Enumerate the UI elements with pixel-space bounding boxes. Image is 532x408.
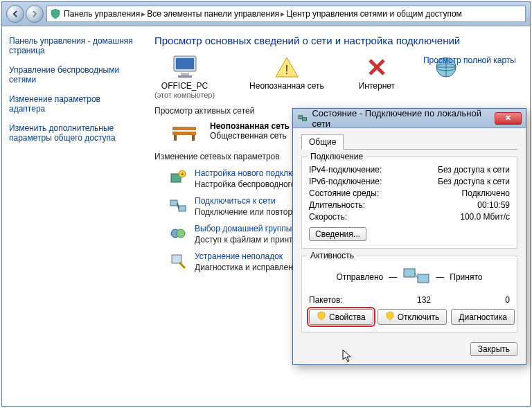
network-type: Общественная сеть	[210, 131, 287, 141]
new-connection-icon: +	[168, 168, 188, 188]
svg-rect-21	[404, 269, 415, 277]
close-button[interactable]: Закрыть	[470, 342, 517, 356]
connect-icon	[168, 196, 188, 215]
connection-group: Подключение IPv4-подключение:Без доступа…	[301, 157, 517, 249]
map-item-label: Интернет	[359, 81, 395, 91]
back-button[interactable]	[6, 5, 24, 23]
recv-label: Принято	[450, 272, 482, 282]
connection-status-dialog: Состояние - Подключение по локальной сет…	[292, 108, 526, 365]
svg-rect-14	[170, 200, 177, 206]
bench-icon	[168, 120, 200, 142]
chevron-right-icon: ▸	[281, 9, 285, 19]
breadcrumb-item[interactable]: Панель управления	[64, 9, 140, 19]
activity-group: Активность Отправлено — — Принято Пакето…	[301, 256, 517, 332]
svg-text:+: +	[181, 171, 184, 177]
svg-rect-19	[299, 115, 303, 118]
svg-point-17	[177, 229, 185, 238]
navigation-toolbar: Панель управления ▸ Все элементы панели …	[2, 2, 530, 26]
computer-icon	[168, 53, 202, 81]
dialog-title: Состояние - Подключение по локальной сет…	[312, 108, 495, 129]
tab-strip: Общие	[301, 134, 517, 150]
svg-rect-9	[174, 135, 177, 141]
map-item-sublabel: (этот компьютер)	[154, 91, 215, 99]
connection-icon	[297, 113, 308, 124]
breadcrumb-bar[interactable]: Панель управления ▸ Все элементы панели …	[46, 6, 526, 22]
diagnostics-button[interactable]: Диагностика	[451, 309, 515, 325]
close-x-icon: ✕	[505, 114, 511, 123]
packets-sent: 132	[343, 295, 506, 305]
sidebar-link-adapter[interactable]: Изменение параметров адаптера	[9, 94, 134, 114]
kv-key: IPv6-подключение:	[309, 177, 382, 186]
dialog-titlebar[interactable]: Состояние - Подключение по локальной сет…	[293, 109, 526, 128]
shield-icon	[385, 311, 395, 323]
kv-key: Скорость:	[309, 212, 347, 222]
disable-button-label: Отключить	[398, 312, 440, 322]
dialog-close-button[interactable]: ✕	[495, 112, 522, 125]
properties-button[interactable]: Свойства	[309, 309, 373, 325]
sidebar-link-home[interactable]: Панель управления - домашняя страница	[9, 36, 134, 55]
packets-recv: 0	[505, 295, 510, 305]
connection-group-title: Подключение	[308, 152, 366, 161]
svg-rect-8	[172, 132, 196, 135]
packets-label: Пакетов:	[309, 295, 343, 305]
breadcrumb-item[interactable]: Все элементы панели управления	[147, 9, 279, 19]
warning-icon: !	[270, 53, 303, 81]
kv-value: Подключено	[462, 188, 510, 198]
map-item-label: OFFICE_PC	[154, 81, 215, 91]
kv-key: IPv4-подключение:	[309, 165, 382, 175]
breadcrumb-item[interactable]: Центр управления сетями и общим доступом	[286, 9, 462, 19]
map-internet: Интернет	[359, 53, 395, 91]
shield-icon	[317, 311, 326, 323]
kv-value: Без доступа к сети	[438, 177, 510, 186]
view-full-map-link[interactable]: Просмотр полной карты	[423, 55, 516, 65]
activity-group-title: Активность	[308, 251, 357, 260]
svg-rect-1	[176, 58, 194, 69]
activity-computers-icon	[402, 266, 430, 288]
sidebar-link-wireless[interactable]: Управление беспроводными сетями	[9, 65, 134, 85]
svg-rect-7	[172, 127, 196, 130]
kv-value: 00:10:59	[477, 200, 510, 210]
page-title: Просмотр основных сведений о сети и наст…	[154, 35, 516, 46]
properties-button-label: Свойства	[329, 312, 366, 322]
svg-rect-15	[179, 206, 186, 211]
x-icon	[360, 53, 393, 81]
kv-key: Длительность:	[309, 200, 365, 210]
chevron-right-icon: ▸	[141, 9, 145, 19]
map-this-computer: OFFICE_PC (этот компьютер)	[154, 53, 215, 99]
map-item-label: Неопознанная сеть	[249, 81, 324, 91]
troubleshoot-icon	[168, 251, 188, 271]
sent-label: Отправлено	[337, 272, 384, 282]
svg-rect-3	[178, 76, 192, 78]
shield-icon	[50, 8, 61, 19]
disable-button[interactable]: Отключить	[378, 309, 447, 325]
details-button[interactable]: Сведения...	[309, 227, 366, 241]
tab-general[interactable]: Общие	[301, 134, 344, 150]
sidebar-link-advanced[interactable]: Изменить дополнительные параметры общего…	[9, 123, 134, 143]
svg-rect-10	[192, 135, 195, 141]
svg-rect-2	[181, 73, 189, 76]
forward-button[interactable]	[26, 5, 44, 23]
kv-key: Состояние среды:	[309, 188, 379, 198]
kv-value: Без доступа к сети	[438, 165, 510, 175]
kv-value: 100.0 Мбит/с	[460, 212, 510, 222]
homegroup-icon	[168, 224, 188, 243]
network-name: Неопознанная сеть	[210, 121, 290, 131]
sidebar: Панель управления - домашняя страница Уп…	[2, 26, 141, 406]
svg-rect-20	[303, 117, 307, 121]
svg-text:!: !	[285, 63, 288, 77]
svg-rect-22	[418, 274, 429, 283]
map-unknown-network: ! Неопознанная сеть	[249, 53, 324, 91]
